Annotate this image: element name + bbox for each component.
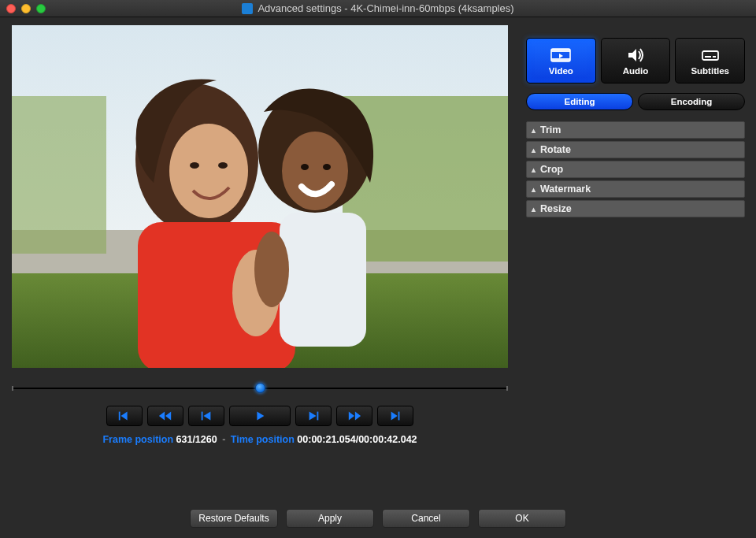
svg-marker-23 — [257, 412, 264, 421]
position-readout: Frame position 631/1260 - Time position … — [102, 434, 417, 445]
editing-accordion: Trim Rotate Crop Watermark Resize — [526, 121, 745, 217]
ok-button[interactable]: OK — [478, 509, 566, 528]
window-title: Advanced settings - 4K-Chimei-inn-60mbps… — [258, 2, 513, 14]
accordion-resize[interactable]: Resize — [526, 200, 745, 217]
accordion-trim[interactable]: Trim — [526, 121, 745, 139]
close-window-button[interactable] — [6, 4, 16, 13]
goto-start-button[interactable] — [106, 406, 143, 426]
play-button[interactable] — [229, 406, 291, 426]
time-position-label: Time position — [231, 434, 295, 445]
svg-point-14 — [323, 164, 331, 170]
svg-rect-21 — [202, 412, 203, 421]
preview-pane: Frame position 631/1260 - Time position … — [0, 25, 520, 499]
timeline-slider[interactable] — [12, 382, 508, 395]
svg-marker-26 — [349, 412, 354, 421]
svg-point-16 — [254, 232, 289, 307]
settings-pane: Video Audio Subtitles Editing Encoding T… — [520, 25, 756, 499]
cancel-button[interactable]: Cancel — [382, 509, 470, 528]
svg-point-7 — [190, 162, 199, 169]
svg-rect-35 — [702, 51, 718, 60]
subtitles-icon — [700, 46, 721, 64]
svg-point-12 — [282, 132, 348, 210]
svg-marker-22 — [203, 412, 210, 421]
apply-button[interactable]: Apply — [286, 509, 374, 528]
tab-subtitles[interactable]: Subtitles — [675, 38, 745, 83]
svg-point-13 — [301, 164, 309, 170]
tab-video[interactable]: Video — [526, 38, 596, 83]
svg-rect-29 — [398, 412, 400, 421]
minimize-window-button[interactable] — [21, 4, 31, 13]
svg-marker-18 — [121, 412, 128, 421]
video-preview[interactable] — [12, 25, 508, 368]
svg-rect-4 — [12, 96, 106, 254]
audio-icon — [625, 46, 646, 64]
time-position-value: 00:00:21.054/00:00:42.042 — [297, 434, 417, 445]
tab-audio[interactable]: Audio — [601, 38, 671, 83]
transport-controls — [106, 406, 413, 426]
svg-marker-19 — [159, 412, 165, 421]
svg-rect-36 — [705, 56, 711, 58]
svg-marker-24 — [309, 412, 317, 421]
svg-marker-33 — [559, 54, 563, 58]
svg-point-8 — [218, 162, 228, 169]
frame-position-value: 631/1260 — [176, 434, 217, 445]
titlebar: Advanced settings - 4K-Chimei-inn-60mbps… — [0, 0, 756, 17]
zoom-window-button[interactable] — [36, 4, 46, 13]
accordion-crop[interactable]: Crop — [526, 161, 745, 178]
svg-point-6 — [169, 124, 248, 218]
fast-forward-button[interactable] — [336, 406, 372, 426]
video-icon — [550, 46, 571, 64]
svg-rect-15 — [280, 213, 366, 347]
svg-marker-20 — [165, 412, 171, 421]
svg-marker-28 — [391, 412, 398, 421]
svg-marker-27 — [355, 412, 361, 421]
rewind-button[interactable] — [147, 406, 183, 426]
svg-rect-17 — [119, 412, 120, 421]
accordion-rotate[interactable]: Rotate — [526, 141, 745, 158]
restore-defaults-button[interactable]: Restore Defaults — [190, 509, 278, 528]
svg-rect-32 — [551, 58, 570, 61]
dialog-footer: Restore Defaults Apply Cancel OK — [0, 499, 756, 538]
step-back-button[interactable] — [188, 406, 224, 426]
goto-end-button[interactable] — [377, 406, 413, 426]
accordion-watermark[interactable]: Watermark — [526, 180, 745, 198]
svg-rect-3 — [343, 96, 508, 262]
app-icon — [242, 3, 253, 14]
frame-position-label: Frame position — [102, 434, 173, 445]
svg-rect-31 — [551, 49, 570, 52]
svg-rect-37 — [713, 56, 716, 58]
subtab-encoding[interactable]: Encoding — [638, 93, 745, 110]
svg-marker-34 — [628, 49, 636, 61]
playhead[interactable] — [255, 383, 265, 393]
svg-rect-25 — [317, 412, 319, 421]
step-forward-button[interactable] — [295, 406, 332, 426]
subtab-editing[interactable]: Editing — [526, 93, 633, 110]
